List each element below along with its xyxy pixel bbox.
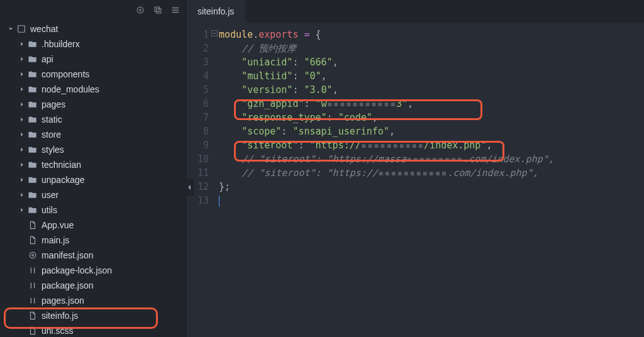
file-tree-root[interactable]: wechat <box>0 21 186 36</box>
code-token: // "siteroot": "https://massa <box>242 153 406 165</box>
chevron-down-icon[interactable] <box>6 25 15 33</box>
code-token: { <box>310 29 321 40</box>
code-line[interactable]: // "siteroot": "https://▪▪▪▪▪▪▪▪▪▪▪.com/… <box>219 166 644 180</box>
file-tree-folder[interactable]: technician <box>0 157 186 172</box>
file-explorer[interactable]: wechat.hbuilderxapicomponentsnode_module… <box>0 20 186 337</box>
chevron-right-icon[interactable] <box>18 115 26 124</box>
code-line[interactable]: "response_type": "code", <box>219 111 644 124</box>
file-tree-folder[interactable]: .hbuilderx <box>0 36 186 52</box>
line-number: 6 <box>186 97 209 111</box>
sidebar: wechat.hbuilderxapicomponentsnode_module… <box>0 0 186 337</box>
code-token: "w <box>316 98 327 109</box>
menu-icon[interactable] <box>170 5 180 15</box>
line-number: 4 <box>186 69 209 83</box>
code-line[interactable]: "multiid": "0", <box>219 69 644 83</box>
file-tree-folder[interactable]: node_modules <box>0 82 186 97</box>
file-tree-folder[interactable]: styles <box>0 142 186 157</box>
tree-item-label: styles <box>42 145 64 155</box>
file-json-icon <box>28 296 38 306</box>
new-file-icon[interactable] <box>135 5 145 15</box>
chevron-right-icon[interactable] <box>18 206 26 214</box>
code-token: : <box>304 98 315 109</box>
file-tree-file[interactable]: package.json <box>0 278 186 293</box>
code-token: "3.0" <box>304 84 332 96</box>
code-line[interactable]: "uniacid": "666", <box>219 55 644 69</box>
tree-item-label: uni.scss <box>42 326 74 336</box>
code-line[interactable]: }; <box>219 180 644 194</box>
code-token <box>219 70 242 82</box>
folder-icon <box>28 84 38 94</box>
folder-icon <box>28 99 38 109</box>
file-tree-folder[interactable]: user <box>0 187 186 202</box>
code-token <box>219 84 242 96</box>
tree-item-label: manifest.json <box>42 250 93 260</box>
chevron-right-icon[interactable] <box>18 145 26 154</box>
tree-item-label: main.js <box>42 235 69 245</box>
code-token: "version" <box>242 84 292 96</box>
file-tree-folder[interactable]: components <box>0 67 186 82</box>
collapse-all-icon[interactable] <box>153 5 163 15</box>
chevron-right-icon[interactable] <box>18 160 26 169</box>
fold-widget-icon[interactable] <box>211 30 218 36</box>
line-number: 9 <box>186 138 209 152</box>
tab-siteinfo[interactable]: siteinfo.js <box>186 0 245 23</box>
file-tree-file[interactable]: pages.json <box>0 293 186 308</box>
code-token: ▪▪▪▪▪▪▪▪▪▪▪ <box>327 98 396 109</box>
code-token: .com/index.php", <box>463 153 554 165</box>
file-tree-file[interactable]: App.vue <box>0 218 186 233</box>
chevron-right-icon[interactable] <box>18 175 26 184</box>
file-tree-folder[interactable]: pages <box>0 97 186 112</box>
file-tree-folder[interactable]: utils <box>0 202 186 218</box>
text-cursor <box>219 196 219 207</box>
code-line[interactable]: "gzh_appid": "w▪▪▪▪▪▪▪▪▪▪▪3", <box>219 97 644 111</box>
chevron-right-icon[interactable] <box>18 55 26 64</box>
code-line[interactable]: "scope": "snsapi_userinfo", <box>219 124 644 138</box>
tree-item-label: node_modules <box>42 84 99 94</box>
tree-item-label: wechat <box>30 24 58 34</box>
tree-item-label: store <box>42 130 61 140</box>
code-line[interactable] <box>219 194 644 207</box>
file-tree-folder[interactable]: static <box>0 112 186 127</box>
code-token <box>219 57 242 68</box>
file-json-icon <box>28 265 38 275</box>
code-token: "siteroot" <box>242 140 298 151</box>
code-token: , <box>372 112 378 123</box>
chevron-right-icon[interactable] <box>18 191 26 199</box>
file-tree-folder[interactable]: unpackage <box>0 172 186 187</box>
code-area[interactable]: module.exports = { // 预约按摩 "uniacid": "6… <box>219 28 644 337</box>
project-icon <box>16 24 26 34</box>
code-line[interactable]: "version": "3.0", <box>219 83 644 97</box>
file-tree-folder[interactable]: api <box>0 52 186 67</box>
chevron-right-icon[interactable] <box>18 85 26 94</box>
chevron-right-icon[interactable] <box>18 130 26 139</box>
file-tree-file[interactable]: package-lock.json <box>0 263 186 278</box>
file-tree-file[interactable]: main.js <box>0 233 186 248</box>
code-token: module <box>219 29 253 40</box>
sidebar-collapse-handle[interactable] <box>186 179 194 196</box>
code-token: // "siteroot": "https:// <box>242 167 378 179</box>
chevron-right-icon[interactable] <box>18 40 26 48</box>
tab-bar: siteinfo.js <box>186 0 644 23</box>
code-token: "response_type" <box>242 112 326 123</box>
file-tree-file[interactable]: uni.scss <box>0 323 186 337</box>
code-line[interactable]: // "siteroot": "https://massa▪▪▪▪▪▪▪▪▪.c… <box>219 152 644 166</box>
chevron-right-icon[interactable] <box>18 70 26 79</box>
file-tree-file[interactable]: manifest.json <box>0 248 186 263</box>
code-token: "snsapi_userinfo" <box>292 126 389 137</box>
tree-item-label: static <box>42 114 62 124</box>
code-line[interactable]: "siteroot": "https://▪▪▪▪▪▪▪▪▪▪/index.ph… <box>219 138 644 152</box>
code-token: "gzh_appid" <box>242 98 304 109</box>
code-line[interactable]: // 预约按摩 <box>219 41 644 55</box>
code-line[interactable]: module.exports = { <box>219 28 644 41</box>
file-js-icon <box>28 235 38 245</box>
folder-icon <box>28 114 38 124</box>
code-token: , <box>408 98 413 109</box>
code-token: : <box>281 126 292 137</box>
file-tree-file[interactable]: siteinfo.js <box>0 308 186 323</box>
code-token: /index.php" <box>424 140 486 151</box>
line-number: 10 <box>186 152 209 166</box>
file-tree-folder[interactable]: store <box>0 127 186 142</box>
chevron-right-icon[interactable] <box>18 100 26 109</box>
code-token: exports <box>258 29 298 40</box>
code-editor[interactable]: 12345678910111213 module.exports = { // … <box>186 23 644 337</box>
